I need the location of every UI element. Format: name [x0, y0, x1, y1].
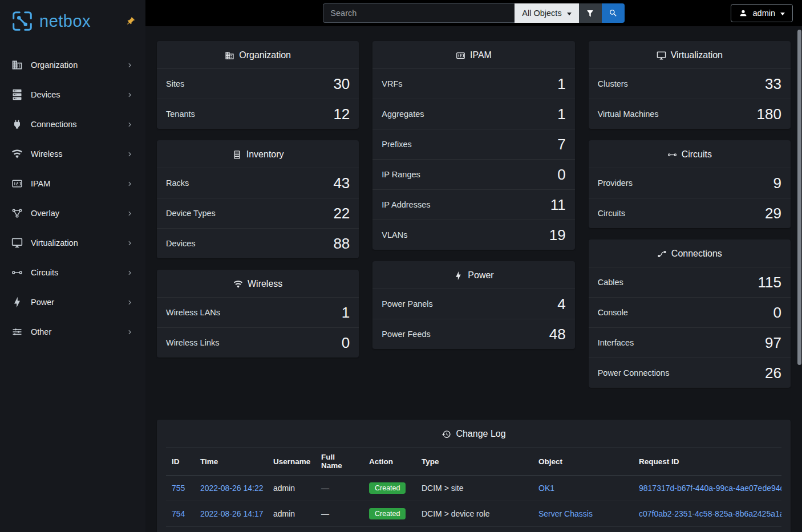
scrollbar[interactable]: [797, 0, 802, 532]
circuits-card-header: Circuits: [589, 140, 791, 168]
dashboard-column-1: Organization Sites 30 Tenants 12: [157, 41, 359, 369]
filter-button[interactable]: [579, 3, 602, 23]
brand-wordmark: netbox: [39, 12, 91, 31]
sidebar-item-other[interactable]: Other: [0, 317, 145, 347]
lightning-icon: [453, 271, 463, 281]
stat-row-power-panels[interactable]: Power Panels 4: [372, 289, 574, 319]
change-full-name: —: [315, 527, 363, 532]
change-object: OnboardAdministrator-2: [533, 527, 633, 532]
caret-down-icon: [567, 13, 572, 15]
stat-row-virtual-machines[interactable]: Virtual Machines 180: [589, 99, 791, 129]
chevron-right-icon: [125, 239, 134, 247]
stat-row-ip-addresses[interactable]: IP Addresses 11: [372, 189, 574, 220]
inventory-card-header: Inventory: [157, 140, 359, 168]
lightning-icon: [11, 297, 23, 308]
change-type: DCIM > device role: [416, 501, 533, 527]
card-title: Wireless: [248, 279, 282, 289]
stat-row-cables[interactable]: Cables 115: [589, 267, 791, 297]
request-id-link[interactable]: c07f0ab2-2351-4c58-825a-8b6a2425a1ab: [639, 509, 781, 518]
col-header-full-name: Full Name: [315, 448, 363, 476]
sidebar-item-power[interactable]: Power: [0, 287, 145, 317]
chevron-right-icon: [125, 328, 134, 336]
action-badge: Created: [369, 482, 406, 494]
search-input[interactable]: [323, 3, 515, 23]
stat-row-power-feeds[interactable]: Power Feeds 48: [372, 319, 574, 349]
dashboard-columns: Organization Sites 30 Tenants 12: [157, 41, 791, 399]
sidebar-item-devices[interactable]: Devices: [0, 80, 145, 109]
changelog-table: ID Time Username Full Name Action Type O…: [166, 447, 781, 532]
chevron-right-icon: [125, 61, 134, 70]
changelog-card: Change Log ID Time Username: [157, 420, 791, 532]
scrollbar-thumb[interactable]: [797, 30, 801, 365]
user-menu-button[interactable]: admin: [731, 4, 793, 22]
col-header-username: Username: [268, 448, 315, 476]
cable-icon: [657, 249, 667, 259]
changelog-row: 753 2022-08-26 14:15 admin — Created DCI…: [166, 527, 781, 532]
change-object-link[interactable]: Server Chassis: [538, 509, 593, 518]
change-type: DCIM > module bay template: [416, 527, 533, 532]
stat-row-wireless-lans[interactable]: Wireless LANs 1: [157, 297, 359, 327]
change-id-link[interactable]: 754: [172, 509, 185, 518]
object-type-dropdown[interactable]: All Objects: [515, 3, 578, 23]
inventory-card: Inventory Racks 43 Device Types 22 Devic…: [157, 140, 359, 258]
card-title: Organization: [239, 50, 291, 60]
sidebar-item-organization[interactable]: Organization: [0, 50, 145, 80]
stat-row-clusters[interactable]: Clusters 33: [589, 68, 791, 99]
changelog-card-header: Change Log: [157, 420, 791, 447]
power-card: Power Power Panels 4 Power Feeds 48: [372, 261, 574, 349]
transit-icon: [667, 150, 677, 160]
stat-row-sites[interactable]: Sites 30: [157, 68, 359, 99]
history-icon: [441, 429, 451, 439]
stat-row-racks[interactable]: Racks 43: [157, 168, 359, 198]
user-icon: [739, 9, 748, 18]
netbox-logo-icon: [10, 9, 34, 33]
stat-row-console[interactable]: Console 0: [589, 297, 791, 327]
chevron-right-icon: [125, 150, 134, 159]
stat-row-aggregates[interactable]: Aggregates 1: [372, 99, 574, 129]
stat-row-ip-ranges[interactable]: IP Ranges 0: [372, 159, 574, 189]
request-id-link[interactable]: 9817317d-b67f-440a-99ca-4ae07ede94df: [639, 484, 781, 493]
sidebar-item-ipam[interactable]: IPAM: [0, 169, 145, 198]
search-submit-button[interactable]: [602, 3, 625, 23]
col-header-type: Type: [416, 448, 533, 476]
stat-row-providers[interactable]: Providers 9: [589, 168, 791, 198]
stat-row-vlans[interactable]: VLANs 19: [372, 220, 574, 250]
netbox-logo[interactable]: netbox: [10, 9, 91, 33]
connections-card: Connections Cables 115 Console 0 Interfa…: [589, 239, 791, 388]
sidebar-item-overlay[interactable]: Overlay: [0, 198, 145, 228]
ipam-card: IPAM VRFs 1 Aggregates 1 Prefixes 7: [372, 41, 574, 250]
building-icon: [225, 51, 234, 60]
stat-row-vrfs[interactable]: VRFs 1: [372, 68, 574, 99]
change-object-link[interactable]: OK1: [538, 484, 554, 493]
card-title: Connections: [671, 249, 722, 259]
changelog-row: 755 2022-08-26 14:22 admin — Created DCI…: [166, 476, 781, 501]
change-full-name: —: [315, 476, 363, 501]
monitor-icon: [657, 51, 666, 60]
stat-row-tenants[interactable]: Tenants 12: [157, 99, 359, 129]
stat-row-devices[interactable]: Devices 88: [157, 228, 359, 258]
chevron-right-icon: [125, 180, 134, 188]
change-time-link[interactable]: 2022-08-26 14:17: [200, 509, 264, 518]
main-area: All Objects admin: [145, 0, 802, 532]
stat-row-circuits[interactable]: Circuits 29: [589, 198, 791, 228]
stat-row-prefixes[interactable]: Prefixes 7: [372, 129, 574, 159]
chevron-right-icon: [125, 120, 134, 129]
stat-row-device-types[interactable]: Device Types 22: [157, 198, 359, 228]
card-title: Power: [468, 270, 493, 281]
topbar: All Objects admin: [145, 0, 802, 26]
pin-sidebar-icon[interactable]: [123, 14, 137, 28]
wireless-card-header: Wireless: [157, 270, 359, 297]
sidebar-item-wireless[interactable]: Wireless: [0, 139, 145, 169]
connections-card-header: Connections: [589, 239, 791, 267]
change-time-link[interactable]: 2022-08-26 14:22: [200, 484, 264, 493]
dashboard-column-3: Virtualization Clusters 33 Virtual Machi…: [589, 41, 791, 399]
counter-icon: [11, 178, 23, 189]
stat-row-wireless-links[interactable]: Wireless Links 0: [157, 327, 359, 358]
sidebar-item-virtualization[interactable]: Virtualization: [0, 228, 145, 258]
change-id-link[interactable]: 755: [172, 484, 185, 493]
global-search-bar: All Objects: [323, 3, 624, 23]
sidebar-item-circuits[interactable]: Circuits: [0, 258, 145, 287]
stat-row-interfaces[interactable]: Interfaces 97: [589, 327, 791, 358]
sidebar-item-connections[interactable]: Connections: [0, 109, 145, 139]
stat-row-power-connections[interactable]: Power Connections 26: [589, 358, 791, 388]
